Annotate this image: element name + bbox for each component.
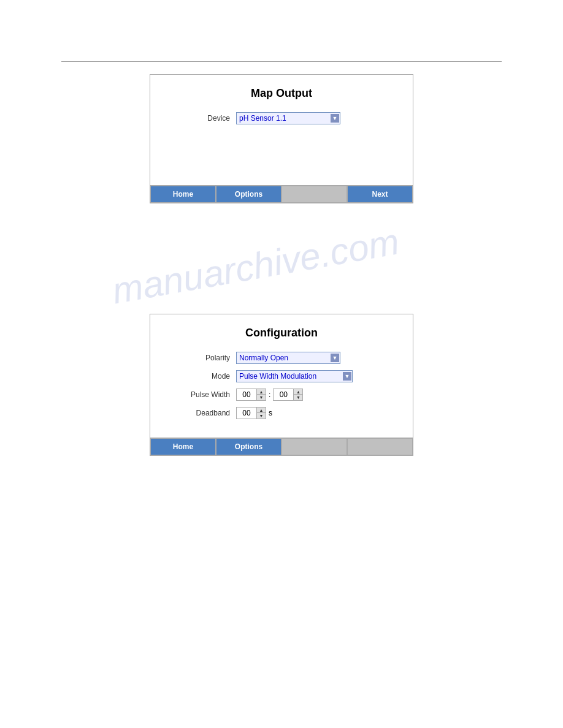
map-output-disabled-button	[282, 186, 347, 203]
mode-label: Mode	[169, 372, 230, 381]
configuration-body: Configuration Polarity Normally Open Nor…	[150, 314, 413, 438]
deadband-up-button[interactable]: ▲	[257, 408, 266, 413]
pulse-width-spinbox-wrapper: ▲ ▼ : ▲ ▼	[236, 389, 303, 401]
polarity-select[interactable]: Normally Open Normally Closed	[236, 352, 340, 364]
spacer3	[0, 277, 563, 314]
spacer2	[0, 240, 563, 277]
mode-select[interactable]: Pulse Width Modulation On/Off	[236, 370, 353, 382]
pulse-width-input1[interactable]	[237, 389, 256, 400]
deadband-arrows: ▲ ▼	[256, 408, 266, 419]
map-output-panel: Map Output Device pH Sensor 1.1 pH Senso…	[150, 74, 413, 203]
configuration-panel: Configuration Polarity Normally Open Nor…	[150, 314, 413, 456]
pulse-width-down1-button[interactable]: ▼	[257, 395, 266, 400]
pulse-width-arrows1: ▲ ▼	[256, 389, 266, 400]
pulse-width-spinbox2: ▲ ▼	[273, 389, 303, 401]
polarity-label: Polarity	[169, 354, 230, 362]
pulse-width-down2-button[interactable]: ▼	[294, 395, 302, 400]
device-row: Device pH Sensor 1.1 pH Sensor 1.2 Tempe…	[169, 112, 394, 124]
polarity-row: Polarity Normally Open Normally Closed ▼	[169, 352, 394, 364]
map-output-body: Map Output Device pH Sensor 1.1 pH Senso…	[150, 75, 413, 185]
map-output-next-button[interactable]: Next	[347, 186, 413, 203]
configuration-spacer2	[347, 438, 413, 455]
deadband-row: Deadband ▲ ▼ s	[169, 407, 394, 419]
mode-row: Mode Pulse Width Modulation On/Off ▼	[169, 370, 394, 382]
configuration-options-button[interactable]: Options	[216, 438, 282, 455]
pulse-width-input2[interactable]	[274, 389, 293, 400]
deadband-input[interactable]	[237, 408, 256, 419]
pulse-colon: :	[269, 390, 270, 399]
deadband-unit: s	[269, 409, 272, 417]
configuration-button-bar: Home Options	[150, 438, 413, 455]
device-label: Device	[169, 114, 230, 123]
top-divider	[61, 61, 502, 62]
mode-select-wrapper[interactable]: Pulse Width Modulation On/Off ▼	[236, 370, 353, 382]
deadband-down-button[interactable]: ▼	[257, 413, 266, 419]
map-output-home-button[interactable]: Home	[150, 186, 216, 203]
map-output-title: Map Output	[169, 87, 394, 100]
deadband-spinbox: ▲ ▼	[236, 407, 266, 419]
page-container: Map Output Device pH Sensor 1.1 pH Senso…	[0, 0, 563, 728]
configuration-spacer1	[282, 438, 347, 455]
pulse-width-up2-button[interactable]: ▲	[294, 389, 302, 395]
deadband-label: Deadband	[169, 409, 230, 417]
pulse-width-up1-button[interactable]: ▲	[257, 389, 266, 395]
configuration-home-button[interactable]: Home	[150, 438, 216, 455]
map-output-button-bar: Home Options Next	[150, 185, 413, 203]
polarity-select-wrapper[interactable]: Normally Open Normally Closed ▼	[236, 352, 340, 364]
device-select[interactable]: pH Sensor 1.1 pH Sensor 1.2 Temperature …	[236, 112, 340, 124]
deadband-spinbox-wrapper: ▲ ▼ s	[236, 407, 272, 419]
device-select-wrapper[interactable]: pH Sensor 1.1 pH Sensor 1.2 Temperature …	[236, 112, 340, 124]
pulse-width-row: Pulse Width ▲ ▼ : ▲ ▼	[169, 389, 394, 401]
map-output-options-button[interactable]: Options	[216, 186, 282, 203]
spacer1	[0, 203, 563, 240]
pulse-width-arrows2: ▲ ▼	[293, 389, 302, 400]
pulse-width-spinbox1: ▲ ▼	[236, 389, 266, 401]
configuration-title: Configuration	[169, 327, 394, 339]
pulse-width-label: Pulse Width	[169, 390, 230, 399]
